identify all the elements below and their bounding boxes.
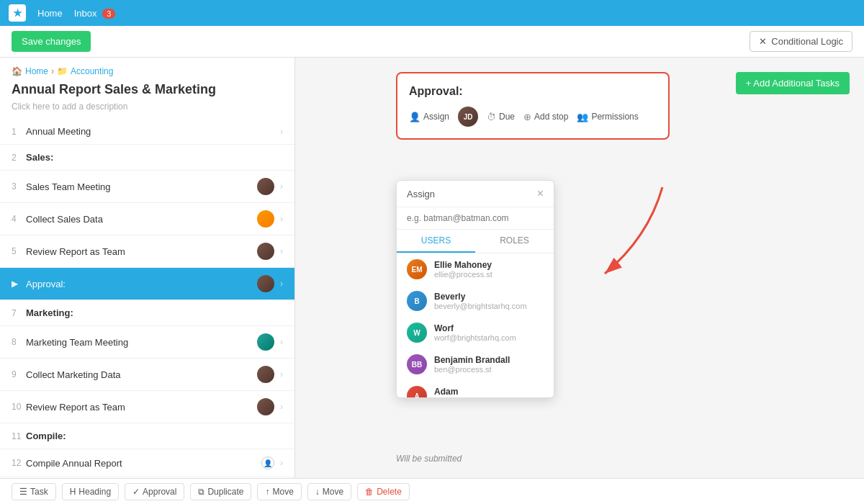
user-avatar: B [407, 291, 427, 311]
task-number: 3 [12, 181, 26, 192]
add-tasks-button[interactable]: + Add Additional Tasks [736, 72, 850, 94]
task-name: Annual Meeting [26, 126, 277, 137]
user-name: Beverly [434, 292, 527, 302]
task-avatar [257, 178, 274, 195]
approval-actions: 👤 Assign JD ⏱ Due ⊕ Add stop 👥 Permissio… [409, 107, 657, 127]
toolbar: Save changes ✕ Conditional Logic [0, 26, 864, 58]
add-stop-button[interactable]: ⊕ Add stop [523, 112, 568, 122]
task-row[interactable]: 2Sales: [0, 145, 294, 171]
move-down-button[interactable]: ↓ Move [307, 483, 351, 500]
chevron-icon: › [280, 337, 283, 347]
task-row[interactable]: 7Marketing: [0, 300, 294, 326]
due-button[interactable]: ⏱ Due [487, 112, 515, 122]
breadcrumb-home-icon: 🏠 [12, 66, 22, 76]
user-avatar: A [407, 386, 427, 397]
task-row[interactable]: ▶Approval:› [0, 268, 294, 300]
task-row[interactable]: 11Compile: [0, 423, 294, 449]
user-info: Worfworf@brightstarhq.com [434, 323, 516, 342]
assign-dropdown-header: Assign × [397, 181, 554, 207]
user-icon-placeholder: 👤 [261, 456, 274, 469]
user-name: Benjamin Brandall [434, 355, 510, 365]
task-number: 4 [12, 214, 26, 224]
task-row[interactable]: 12Compile Annual Report👤› [0, 449, 294, 477]
user-item[interactable]: EMEllie Mahoneyellie@process.st [397, 253, 554, 285]
move-up-button[interactable]: ↑ Move [257, 483, 301, 500]
task-avatar [257, 243, 274, 260]
user-info: Beverlybeverly@brightstarhq.com [434, 292, 527, 310]
task-number: ▶ [12, 279, 26, 289]
approval-title: Approval: [409, 85, 657, 98]
user-item[interactable]: BBeverlybeverly@brightstarhq.com [397, 285, 554, 317]
permissions-icon: 👥 [577, 112, 588, 122]
task-number: 10 [12, 402, 26, 412]
task-row[interactable]: 10Review Report as Team› [0, 391, 294, 423]
task-number: 8 [12, 337, 26, 347]
task-name: Marketing Team Meeting [26, 337, 257, 348]
task-name: Sales Team Meeting [26, 181, 257, 192]
task-button[interactable]: ☰ Task [12, 483, 56, 500]
user-avatar: W [407, 323, 427, 343]
task-row[interactable]: 4Collect Sales Data› [0, 203, 294, 235]
bottom-toolbar: ☰ Task H Heading ✓ Approval ⧉ Duplicate … [0, 478, 864, 504]
task-avatar [257, 398, 274, 415]
heading-icon: H [70, 487, 76, 497]
task-row[interactable]: 9Collect Marketing Data› [0, 359, 294, 391]
user-email: ellie@process.st [434, 270, 492, 279]
task-name: Compile: [26, 431, 280, 441]
inbox-badge: 3 [102, 9, 115, 19]
save-button[interactable]: Save changes [12, 31, 91, 52]
assign-search-input[interactable] [397, 207, 554, 230]
heading-button[interactable]: H Heading [62, 483, 119, 500]
task-row[interactable]: 5Review Report as Team› [0, 235, 294, 268]
task-row[interactable]: 3Sales Team Meeting› [0, 171, 294, 203]
breadcrumb: 🏠 Home › 📁 Accounting [0, 58, 294, 79]
permissions-button[interactable]: 👥 Permissions [577, 112, 638, 122]
chevron-icon: › [280, 279, 283, 289]
task-number: 9 [12, 369, 26, 379]
tab-roles[interactable]: ROLES [475, 230, 554, 253]
task-number: 11 [12, 431, 26, 441]
task-name: Approval: [26, 279, 257, 289]
task-icon: ☰ [19, 487, 27, 497]
assign-icon: 👤 [409, 112, 420, 122]
task-name: Collect Sales Data [26, 214, 257, 225]
task-number: 2 [12, 153, 26, 163]
page-description[interactable]: Click here to add a description [0, 100, 294, 119]
chevron-icon: › [280, 246, 283, 256]
task-list: 1Annual Meeting›2Sales:3Sales Team Meeti… [0, 119, 294, 477]
task-row[interactable]: 8Marketing Team Meeting› [0, 326, 294, 359]
nav-inbox[interactable]: Inbox 3 [74, 8, 116, 19]
assign-button[interactable]: 👤 Assign [409, 112, 449, 122]
approval-card: Approval: 👤 Assign JD ⏱ Due ⊕ Add stop [396, 72, 670, 140]
duplicate-button[interactable]: ⧉ Duplicate [190, 483, 251, 500]
delete-button[interactable]: 🗑 Delete [357, 483, 410, 500]
approval-button[interactable]: ✓ Approval [125, 483, 184, 500]
page-title: Annual Report Sales & Marketing [0, 79, 294, 100]
approval-icon: ✓ [132, 487, 140, 497]
task-number: 1 [12, 127, 26, 137]
user-item[interactable]: BBBenjamin Brandallben@process.st [397, 348, 554, 380]
top-nav: ★ Home Inbox 3 [0, 0, 864, 26]
task-name: Compile Annual Report [26, 458, 261, 469]
stop-icon: ⊕ [523, 112, 531, 122]
task-name: Review Report as Team [26, 246, 257, 257]
user-item[interactable]: AAdamadam@process.st [397, 380, 554, 397]
assign-close-button[interactable]: × [537, 188, 544, 199]
trash-icon: 🗑 [365, 487, 374, 497]
user-item[interactable]: WWorfworf@brightstarhq.com [397, 317, 554, 348]
task-name: Collect Marketing Data [26, 369, 257, 380]
conditional-logic-button[interactable]: ✕ Conditional Logic [750, 31, 852, 52]
task-row[interactable]: 1Annual Meeting› [0, 119, 294, 145]
user-email: ben@process.st [434, 365, 510, 374]
chevron-icon: › [280, 181, 283, 192]
task-avatar [257, 210, 274, 228]
task-number: 5 [12, 246, 26, 256]
tab-users[interactable]: USERS [397, 230, 475, 253]
main-area: 🏠 Home › 📁 Accounting Annual Report Sale… [0, 58, 864, 478]
clock-icon: ⏱ [487, 112, 496, 122]
breadcrumb-section-icon: 📁 [57, 66, 68, 76]
nav-home[interactable]: Home [37, 8, 63, 19]
will-submitted-text: Will be submitted [396, 454, 462, 464]
user-name: Adam [434, 387, 498, 397]
assigned-avatar[interactable]: JD [458, 107, 478, 127]
